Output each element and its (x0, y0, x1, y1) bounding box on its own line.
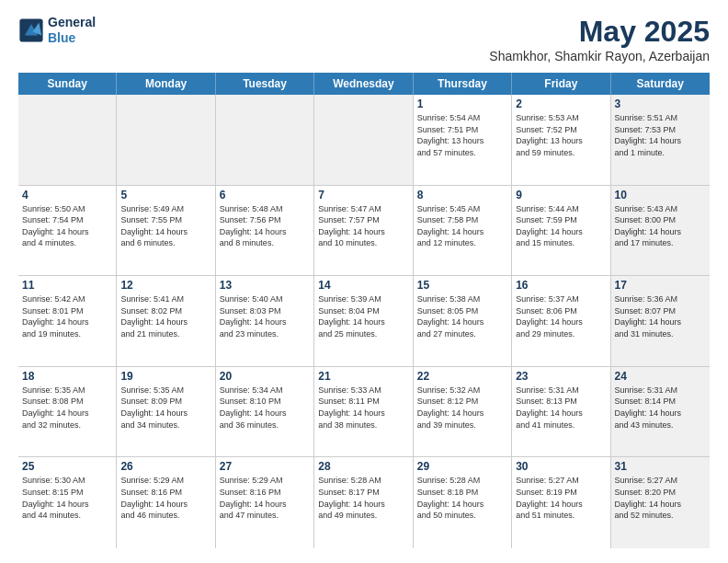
calendar-cell (117, 95, 215, 185)
day-info: Sunrise: 5:31 AM Sunset: 8:13 PM Dayligh… (516, 385, 606, 431)
day-info: Sunrise: 5:31 AM Sunset: 8:14 PM Dayligh… (615, 385, 706, 431)
day-number: 13 (220, 279, 310, 292)
calendar-cell: 25Sunrise: 5:30 AM Sunset: 8:15 PM Dayli… (18, 457, 117, 548)
calendar-week-row: 11Sunrise: 5:42 AM Sunset: 8:01 PM Dayli… (18, 276, 710, 367)
day-number: 16 (516, 279, 606, 292)
logo-icon (18, 17, 44, 43)
calendar-cell: 7Sunrise: 5:47 AM Sunset: 7:57 PM Daylig… (314, 186, 413, 276)
day-number: 30 (516, 460, 606, 473)
calendar-cell: 18Sunrise: 5:35 AM Sunset: 8:08 PM Dayli… (18, 367, 117, 457)
calendar-cell: 19Sunrise: 5:35 AM Sunset: 8:09 PM Dayli… (117, 367, 215, 457)
day-info: Sunrise: 5:27 AM Sunset: 8:19 PM Dayligh… (516, 475, 606, 521)
day-number: 23 (516, 370, 606, 383)
header: General Blue May 2025 Shamkhor, Shamkir … (18, 15, 710, 63)
calendar-cell: 14Sunrise: 5:39 AM Sunset: 8:04 PM Dayli… (314, 276, 413, 366)
day-number: 1 (417, 98, 507, 110)
weekday-header: Sunday (18, 73, 117, 95)
day-number: 18 (22, 370, 112, 383)
calendar-cell: 27Sunrise: 5:29 AM Sunset: 8:16 PM Dayli… (216, 457, 314, 548)
day-info: Sunrise: 5:49 AM Sunset: 7:55 PM Dayligh… (120, 203, 210, 249)
calendar-cell: 4Sunrise: 5:50 AM Sunset: 7:54 PM Daylig… (18, 186, 117, 276)
calendar-cell (216, 95, 314, 185)
calendar-cell: 8Sunrise: 5:45 AM Sunset: 7:58 PM Daylig… (414, 186, 512, 276)
title-section: May 2025 Shamkhor, Shamkir Rayon, Azerba… (489, 15, 710, 63)
month-title: May 2025 (489, 15, 710, 49)
weekday-header: Friday (512, 73, 610, 95)
day-info: Sunrise: 5:50 AM Sunset: 7:54 PM Dayligh… (22, 203, 112, 249)
day-info: Sunrise: 5:42 AM Sunset: 8:01 PM Dayligh… (22, 293, 112, 339)
day-info: Sunrise: 5:40 AM Sunset: 8:03 PM Dayligh… (220, 293, 310, 339)
day-number: 3 (615, 98, 706, 110)
calendar-cell: 5Sunrise: 5:49 AM Sunset: 7:55 PM Daylig… (117, 186, 215, 276)
day-number: 12 (120, 279, 210, 292)
day-info: Sunrise: 5:53 AM Sunset: 7:52 PM Dayligh… (516, 112, 606, 158)
day-info: Sunrise: 5:29 AM Sunset: 8:16 PM Dayligh… (220, 475, 310, 521)
day-info: Sunrise: 5:48 AM Sunset: 7:56 PM Dayligh… (220, 203, 310, 249)
calendar-cell: 3Sunrise: 5:51 AM Sunset: 7:53 PM Daylig… (611, 95, 710, 185)
calendar-week-row: 18Sunrise: 5:35 AM Sunset: 8:08 PM Dayli… (18, 367, 710, 458)
calendar-cell: 6Sunrise: 5:48 AM Sunset: 7:56 PM Daylig… (216, 186, 314, 276)
day-number: 24 (615, 370, 706, 383)
day-info: Sunrise: 5:32 AM Sunset: 8:12 PM Dayligh… (417, 385, 507, 431)
day-number: 27 (220, 460, 310, 473)
day-info: Sunrise: 5:34 AM Sunset: 8:10 PM Dayligh… (220, 385, 310, 431)
calendar-week-row: 4Sunrise: 5:50 AM Sunset: 7:54 PM Daylig… (18, 186, 710, 277)
day-number: 31 (615, 460, 706, 473)
calendar-cell: 31Sunrise: 5:27 AM Sunset: 8:20 PM Dayli… (611, 457, 710, 548)
day-number: 6 (220, 189, 310, 201)
day-number: 20 (220, 370, 310, 383)
day-number: 17 (615, 279, 706, 292)
calendar-cell: 29Sunrise: 5:28 AM Sunset: 8:18 PM Dayli… (414, 457, 512, 548)
weekday-header: Saturday (611, 73, 710, 95)
calendar-cell: 24Sunrise: 5:31 AM Sunset: 8:14 PM Dayli… (611, 367, 710, 457)
day-info: Sunrise: 5:47 AM Sunset: 7:57 PM Dayligh… (318, 203, 408, 249)
logo-line2: Blue (48, 30, 96, 46)
calendar-cell: 22Sunrise: 5:32 AM Sunset: 8:12 PM Dayli… (414, 367, 512, 457)
day-info: Sunrise: 5:28 AM Sunset: 8:17 PM Dayligh… (318, 475, 408, 521)
weekday-header: Monday (117, 73, 215, 95)
day-info: Sunrise: 5:35 AM Sunset: 8:08 PM Dayligh… (22, 385, 112, 431)
day-number: 21 (318, 370, 408, 383)
day-info: Sunrise: 5:35 AM Sunset: 8:09 PM Dayligh… (120, 385, 210, 431)
day-number: 19 (120, 370, 210, 383)
weekday-header: Wednesday (314, 73, 413, 95)
day-info: Sunrise: 5:36 AM Sunset: 8:07 PM Dayligh… (615, 293, 706, 339)
day-number: 22 (417, 370, 507, 383)
day-number: 14 (318, 279, 408, 292)
calendar-cell: 21Sunrise: 5:33 AM Sunset: 8:11 PM Dayli… (314, 367, 413, 457)
day-number: 25 (22, 460, 112, 473)
day-info: Sunrise: 5:39 AM Sunset: 8:04 PM Dayligh… (318, 293, 408, 339)
calendar-cell: 28Sunrise: 5:28 AM Sunset: 8:17 PM Dayli… (314, 457, 413, 548)
day-number: 8 (417, 189, 507, 201)
page: General Blue May 2025 Shamkhor, Shamkir … (0, 0, 728, 563)
day-number: 5 (120, 189, 210, 201)
day-info: Sunrise: 5:33 AM Sunset: 8:11 PM Dayligh… (318, 385, 408, 431)
calendar-week-row: 1Sunrise: 5:54 AM Sunset: 7:51 PM Daylig… (18, 95, 710, 186)
day-number: 4 (22, 189, 112, 201)
day-number: 9 (516, 189, 606, 201)
day-info: Sunrise: 5:43 AM Sunset: 8:00 PM Dayligh… (615, 203, 706, 249)
day-info: Sunrise: 5:51 AM Sunset: 7:53 PM Dayligh… (615, 112, 706, 158)
day-number: 29 (417, 460, 507, 473)
day-info: Sunrise: 5:38 AM Sunset: 8:05 PM Dayligh… (417, 293, 507, 339)
day-info: Sunrise: 5:44 AM Sunset: 7:59 PM Dayligh… (516, 203, 606, 249)
day-info: Sunrise: 5:27 AM Sunset: 8:20 PM Dayligh… (615, 475, 706, 521)
day-info: Sunrise: 5:29 AM Sunset: 8:16 PM Dayligh… (120, 475, 210, 521)
calendar-cell: 15Sunrise: 5:38 AM Sunset: 8:05 PM Dayli… (414, 276, 512, 366)
logo: General Blue (18, 15, 96, 46)
day-number: 28 (318, 460, 408, 473)
logo-text: General Blue (48, 15, 96, 46)
day-number: 2 (516, 98, 606, 110)
weekday-header: Thursday (414, 73, 512, 95)
day-info: Sunrise: 5:54 AM Sunset: 7:51 PM Dayligh… (417, 112, 507, 158)
calendar-cell: 1Sunrise: 5:54 AM Sunset: 7:51 PM Daylig… (414, 95, 512, 185)
calendar: SundayMondayTuesdayWednesdayThursdayFrid… (18, 73, 710, 548)
day-number: 7 (318, 189, 408, 201)
calendar-cell (314, 95, 413, 185)
day-number: 11 (22, 279, 112, 292)
weekday-header: Tuesday (216, 73, 314, 95)
calendar-cell: 20Sunrise: 5:34 AM Sunset: 8:10 PM Dayli… (216, 367, 314, 457)
calendar-cell: 2Sunrise: 5:53 AM Sunset: 7:52 PM Daylig… (512, 95, 610, 185)
calendar-cell: 23Sunrise: 5:31 AM Sunset: 8:13 PM Dayli… (512, 367, 610, 457)
calendar-cell: 17Sunrise: 5:36 AM Sunset: 8:07 PM Dayli… (611, 276, 710, 366)
